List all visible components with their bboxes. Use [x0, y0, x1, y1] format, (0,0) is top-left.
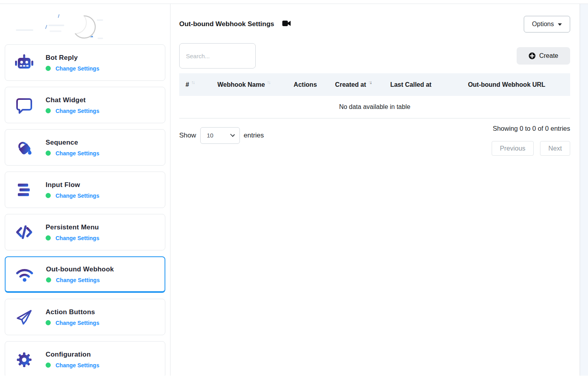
- sidebar-item-input-flow[interactable]: Input Flow Change Settings: [5, 172, 165, 208]
- status-dot-icon: [46, 193, 51, 198]
- sort-arrows-icon[interactable]: ↑↓: [267, 80, 270, 85]
- status-dot-icon: [46, 151, 51, 156]
- settings-sidebar: Bot Reply Change Settings Chat Widget Ch…: [0, 4, 170, 376]
- show-label: Show: [179, 132, 196, 139]
- entries-per-page-select[interactable]: 10: [200, 127, 240, 144]
- robot-icon: [15, 53, 34, 72]
- column-header-last-called-at: Last Called at: [379, 73, 443, 96]
- table-empty-row: No data available in table: [179, 96, 570, 118]
- sidebar-item-title: Action Buttons: [46, 308, 99, 316]
- change-settings-link[interactable]: Change Settings: [56, 362, 99, 368]
- change-settings-link[interactable]: Change Settings: [56, 320, 99, 326]
- sidebar-item-out-bound-webhook[interactable]: Out-bound Webhook Change Settings: [5, 256, 165, 293]
- sidebar-card-list: Bot Reply Change Settings Chat Widget Ch…: [0, 44, 170, 376]
- showing-summary: Showing 0 to 0 of 0 entries: [493, 125, 570, 132]
- options-button[interactable]: Options: [524, 16, 570, 32]
- paper-plane-icon: [15, 307, 34, 326]
- sidebar-item-title: Configuration: [46, 351, 99, 359]
- sort-arrows-icon[interactable]: ↑↓: [368, 80, 371, 85]
- column-header--[interactable]: #↑↓: [179, 73, 205, 96]
- sidebar-item-title: Bot Reply: [46, 54, 99, 62]
- faded-logo: [12, 9, 103, 42]
- sidebar-item-title: Persistent Menu: [46, 223, 99, 231]
- status-dot-icon: [46, 66, 51, 71]
- create-button-label: Create: [539, 52, 558, 59]
- next-page-button[interactable]: Next: [540, 141, 570, 156]
- paint-bucket-icon: [15, 138, 34, 157]
- sidebar-item-sequence[interactable]: Sequence Change Settings: [5, 129, 165, 166]
- code-icon: [15, 223, 34, 242]
- gear-icon: [15, 350, 34, 369]
- options-button-label: Options: [532, 21, 554, 28]
- sidebar-item-persistent-menu[interactable]: Persistent Menu Change Settings: [5, 214, 165, 250]
- caret-down-icon: [558, 23, 562, 26]
- page-right-gutter[interactable]: [580, 4, 588, 376]
- sidebar-item-title: Out-bound Webhook: [46, 265, 114, 273]
- sidebar-item-title: Input Flow: [46, 181, 99, 189]
- change-settings-link[interactable]: Change Settings: [56, 65, 99, 72]
- empty-table-message: No data available in table: [179, 96, 570, 118]
- sidebar-item-title: Chat Widget: [46, 96, 99, 104]
- video-camera-icon[interactable]: [282, 20, 291, 28]
- column-header-actions: Actions: [283, 73, 328, 96]
- sort-arrows-icon[interactable]: ↑↓: [191, 80, 194, 85]
- status-dot-icon: [46, 320, 51, 325]
- change-settings-link[interactable]: Change Settings: [56, 277, 100, 283]
- change-settings-link[interactable]: Change Settings: [56, 150, 99, 157]
- sidebar-item-bot-reply[interactable]: Bot Reply Change Settings: [5, 44, 165, 81]
- webhooks-table: #↑↓Webhook Name↑↓ActionsCreated at↑↓Last…: [179, 73, 570, 118]
- previous-page-button[interactable]: Previous: [492, 141, 534, 156]
- plus-circle-icon: [529, 52, 536, 59]
- column-header-webhook-name[interactable]: Webhook Name↑↓: [205, 73, 283, 96]
- search-input[interactable]: [179, 43, 256, 69]
- wifi-icon: [15, 265, 34, 284]
- status-dot-icon: [46, 363, 51, 368]
- logo-area: [0, 4, 170, 44]
- chat-bubble-icon: [15, 95, 34, 115]
- create-button[interactable]: Create: [517, 47, 570, 65]
- sidebar-item-configuration[interactable]: Configuration Change Settings: [5, 341, 165, 376]
- status-dot-icon: [46, 235, 51, 240]
- status-dot-icon: [46, 108, 51, 113]
- input-flow-icon: [15, 180, 34, 199]
- entries-label: entries: [244, 132, 264, 139]
- page-top-border: [0, 0, 588, 4]
- sidebar-item-chat-widget[interactable]: Chat Widget Change Settings: [5, 87, 165, 123]
- change-settings-link[interactable]: Change Settings: [56, 235, 99, 241]
- sidebar-item-title: Sequence: [46, 139, 99, 147]
- change-settings-link[interactable]: Change Settings: [56, 193, 99, 199]
- column-header-created-at[interactable]: Created at↑↓: [328, 73, 379, 96]
- status-dot-icon: [46, 277, 51, 282]
- main-content: Out-bound Webhook Settings Options: [170, 4, 580, 376]
- sidebar-item-action-buttons[interactable]: Action Buttons Change Settings: [5, 299, 165, 335]
- table-header-row: #↑↓Webhook Name↑↓ActionsCreated at↑↓Last…: [179, 73, 570, 96]
- column-header-out-bound-webhook-url: Out-bound Webhook URL: [443, 73, 571, 96]
- page-title: Out-bound Webhook Settings: [179, 20, 274, 28]
- change-settings-link[interactable]: Change Settings: [56, 108, 99, 114]
